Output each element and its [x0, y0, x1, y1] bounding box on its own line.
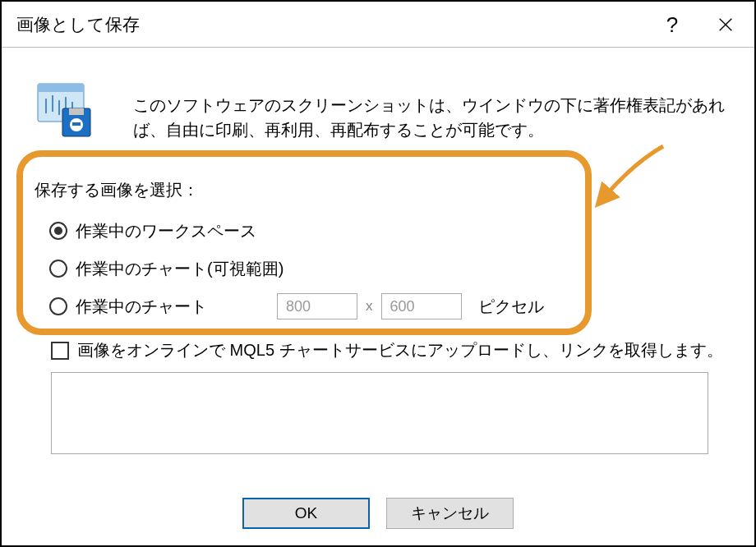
group-label: 保存する画像を選択：: [35, 179, 199, 201]
radio-option-chart-visible[interactable]: 作業中のチャート(可視範囲): [49, 250, 544, 287]
radio-option-chart-custom[interactable]: 作業中のチャート x ピクセル: [49, 287, 544, 325]
radio-icon: [49, 260, 67, 278]
svg-rect-3: [38, 84, 84, 92]
close-icon: [717, 16, 735, 34]
upload-label: 画像をオンラインで MQL5 チャートサービスにアップロードし、リンクを取得しま…: [77, 339, 723, 361]
titlebar: 画像として保存 ?: [2, 2, 754, 48]
svg-rect-10: [69, 108, 84, 115]
save-image-dialog: 画像として保存 ? このソフトウェアのスクリーンショットは、ウインドウの下に著作…: [0, 0, 756, 547]
radio-option-workspace[interactable]: 作業中のワークスペース: [49, 212, 544, 250]
help-button[interactable]: ?: [648, 2, 697, 48]
checkbox-icon: [51, 342, 69, 360]
dialog-title: 画像として保存: [16, 13, 140, 36]
upload-checkbox-row[interactable]: 画像をオンラインで MQL5 チャートサービスにアップロードし、リンクを取得しま…: [51, 339, 723, 361]
width-input[interactable]: [277, 293, 357, 319]
radio-icon: [49, 297, 67, 315]
height-input[interactable]: [381, 293, 462, 319]
pixel-label: ピクセル: [478, 296, 544, 318]
description-text: このソフトウェアのスクリーンショットは、ウインドウの下に著作権表記があれば、自由…: [133, 93, 730, 142]
cancel-button[interactable]: キャンセル: [386, 498, 514, 529]
button-row: OK キャンセル: [2, 498, 754, 529]
radio-label: 作業中のチャート: [76, 296, 269, 318]
close-button[interactable]: [701, 2, 750, 48]
button-label: キャンセル: [411, 503, 489, 524]
radio-label: 作業中のチャート(可視範囲): [76, 258, 284, 280]
dialog-body: このソフトウェアのスクリーンショットは、ウインドウの下に著作権表記があれば、自由…: [2, 48, 754, 545]
dimension-separator: x: [366, 298, 373, 315]
radio-icon: [49, 222, 67, 240]
link-output-box[interactable]: [51, 372, 708, 454]
app-icon: [35, 80, 94, 140]
arrow-annotation: [593, 138, 675, 212]
radio-group: 作業中のワークスペース 作業中のチャート(可視範囲) 作業中のチャート x ピク…: [49, 212, 544, 325]
ok-button[interactable]: OK: [242, 498, 370, 529]
button-label: OK: [295, 504, 317, 522]
radio-label: 作業中のワークスペース: [76, 220, 256, 242]
svg-rect-12: [72, 122, 81, 126]
